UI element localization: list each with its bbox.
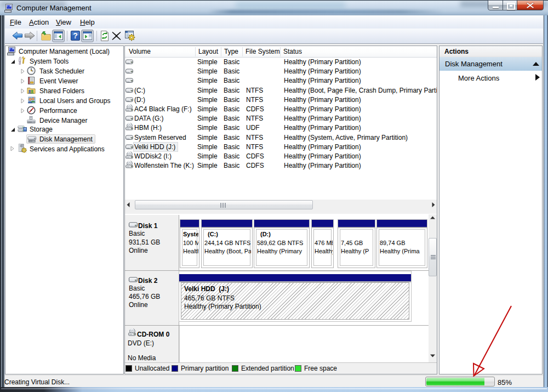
svg-text:?: ?	[73, 31, 78, 40]
